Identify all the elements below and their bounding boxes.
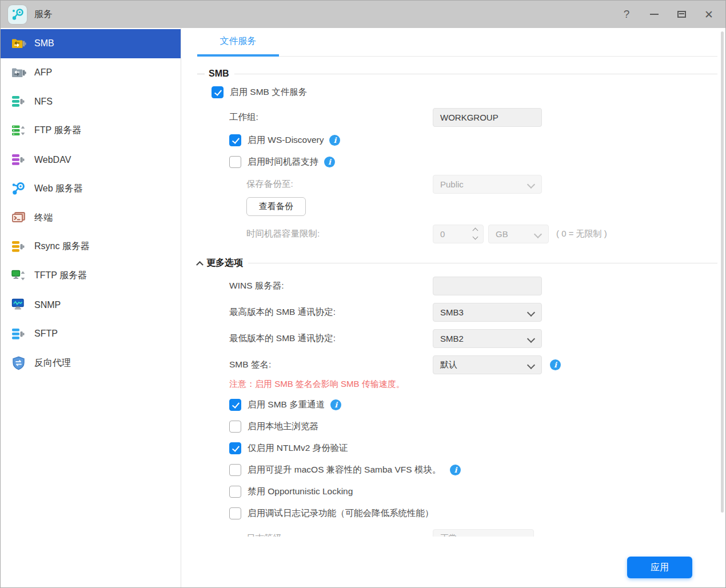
sidebar-item-label: Rsync 服务器	[34, 241, 90, 253]
reverse-proxy-shield-icon	[11, 355, 26, 371]
backup-target-select[interactable]: Public	[433, 175, 542, 194]
local-master-browser-checkbox[interactable]	[229, 421, 241, 433]
collapse-chevron-icon[interactable]	[196, 261, 204, 269]
chevron-down-icon	[519, 535, 527, 537]
sftp-stack-plug-icon	[11, 326, 26, 342]
chevron-down-icon	[527, 335, 535, 343]
multichannel-checkbox[interactable]	[229, 399, 241, 411]
tftp-server-icon	[11, 268, 26, 283]
main-panel: 文件服务 SMB 启用 SMB 文件服务 工作组: WORKGROUP 启用 W…	[182, 28, 725, 587]
sidebar-item-label: SFTP	[34, 329, 58, 339]
tab-file-service[interactable]: 文件服务	[197, 35, 279, 57]
sidebar-item-web-server[interactable]: Web 服务器	[1, 174, 181, 203]
help-icon[interactable]: ?	[620, 7, 633, 22]
enable-smb-row: 启用 SMB 文件服务	[212, 86, 717, 98]
smb-signing-row: SMB 签名: 默认	[197, 355, 717, 374]
sidebar-item-label: NFS	[34, 97, 53, 107]
apply-button[interactable]: 应用	[627, 557, 692, 578]
log-level-row-clipped: 日志等级 正常	[197, 529, 717, 537]
min-protocol-row: 最低版本的 SMB 通讯协定: SMB2	[197, 329, 717, 348]
ws-discovery-row: 启用 WS-Discovery	[197, 134, 717, 146]
max-protocol-select[interactable]: SMB3	[433, 303, 542, 322]
tm-limit-unit: GB	[496, 229, 508, 239]
time-machine-checkbox[interactable]	[229, 156, 241, 168]
min-protocol-select[interactable]: SMB2	[433, 329, 542, 348]
tm-limit-unit-select[interactable]: GB	[488, 225, 549, 243]
titlebar: 服务 ? ✕	[1, 1, 725, 28]
sidebar-item-snmp[interactable]: SNMP	[1, 290, 181, 319]
ftp-server-icon	[11, 123, 26, 138]
sidebar-item-nfs[interactable]: NFS	[1, 87, 181, 117]
debug-log-label: 启用调试日志记录功能（可能会降低系统性能）	[248, 507, 434, 519]
sidebar-item-smb[interactable]: SMB	[1, 29, 181, 58]
smb-folder-plug-icon	[11, 36, 26, 51]
close-icon[interactable]: ✕	[703, 7, 715, 22]
sidebar-item-terminal[interactable]: 终端	[1, 203, 181, 233]
debug-log-checkbox[interactable]	[229, 507, 241, 519]
oplock-row: 禁用 Opportunistic Locking	[197, 486, 717, 498]
settings-content: 文件服务 SMB 启用 SMB 文件服务 工作组: WORKGROUP 启用 W…	[197, 28, 717, 537]
oplock-checkbox[interactable]	[229, 486, 241, 498]
window-title: 服务	[34, 9, 53, 21]
chevron-down-icon	[534, 230, 542, 238]
smb-signing-value: 默认	[440, 359, 457, 370]
services-app-icon	[8, 5, 27, 24]
multichannel-row: 启用 SMB 多重通道	[197, 399, 717, 411]
macos-vfs-checkbox[interactable]	[229, 464, 241, 476]
rsync-stack-plug-icon	[11, 239, 26, 254]
log-level-select[interactable]: 正常	[433, 529, 534, 537]
info-icon[interactable]	[330, 399, 341, 410]
view-backup-button[interactable]: 查看备份	[246, 197, 306, 216]
scrollbar[interactable]	[721, 31, 724, 513]
ws-discovery-checkbox[interactable]	[229, 134, 241, 146]
terminal-icon	[11, 210, 26, 226]
log-level-label: 日志等级	[197, 533, 433, 537]
min-protocol-label: 最低版本的 SMB 通讯协定:	[197, 333, 433, 345]
backup-target-label: 保存备份至:	[197, 178, 433, 190]
wins-label: WINS 服务器:	[197, 280, 433, 292]
info-icon[interactable]	[450, 465, 461, 475]
spinner-arrows-icon[interactable]	[473, 229, 477, 239]
enable-smb-checkbox[interactable]	[212, 86, 224, 98]
backup-target-row: 保存备份至: Public	[197, 175, 717, 194]
molecule-glyph	[11, 7, 25, 21]
sidebar-item-afp[interactable]: AFP	[1, 58, 181, 87]
ntlmv2-row: 仅启用 NTLMv2 身份验证	[197, 442, 717, 454]
sidebar-item-label: TFTP 服务器	[34, 270, 87, 282]
info-icon[interactable]	[324, 157, 335, 167]
sidebar-item-webdav[interactable]: WebDAV	[1, 145, 181, 174]
info-icon[interactable]	[329, 135, 340, 146]
afp-folder-plug-icon	[11, 65, 26, 81]
webdav-stack-plug-icon	[11, 152, 26, 167]
nfs-stack-plug-icon	[11, 94, 26, 109]
services-sidebar: SMB AFP NFS	[1, 28, 181, 587]
wins-input[interactable]	[433, 277, 542, 295]
multichannel-label: 启用 SMB 多重通道	[248, 399, 325, 411]
local-master-browser-row: 启用本地主浏览器	[197, 421, 717, 433]
more-options-legend[interactable]: 更多选项	[197, 257, 717, 269]
tm-limit-row: 时间机器容量限制: 0 GB ( 0 = 无限制 )	[197, 225, 717, 243]
chevron-down-icon	[527, 181, 535, 189]
chevron-down-icon	[527, 361, 535, 369]
sidebar-item-reverse-proxy[interactable]: 反向代理	[1, 349, 181, 378]
sidebar-item-rsync-server[interactable]: Rsync 服务器	[1, 233, 181, 262]
legend-line	[248, 263, 717, 263]
tm-limit-spinner[interactable]: 0	[433, 225, 484, 243]
sidebar-item-sftp[interactable]: SFTP	[1, 319, 181, 349]
services-window: { "titlebar": { "title": "服务" }, "window…	[0, 0, 726, 588]
workgroup-input[interactable]: WORKGROUP	[433, 108, 542, 127]
smb-section-title: SMB	[209, 69, 229, 79]
sidebar-item-tftp-server[interactable]: TFTP 服务器	[1, 261, 181, 290]
info-icon[interactable]	[550, 359, 561, 370]
tab-bar: 文件服务	[197, 28, 717, 57]
sidebar-item-ftp-server[interactable]: FTP 服务器	[1, 116, 181, 145]
max-protocol-row: 最高版本的 SMB 通讯协定: SMB3	[197, 303, 717, 322]
min-protocol-value: SMB2	[440, 334, 464, 343]
maximize-icon[interactable]	[675, 7, 688, 22]
ntlmv2-checkbox[interactable]	[229, 442, 241, 454]
enable-smb-label: 启用 SMB 文件服务	[230, 86, 307, 98]
minimize-icon[interactable]	[648, 7, 660, 22]
more-options-title: 更多选项	[206, 257, 243, 269]
smb-signing-select[interactable]: 默认	[433, 355, 542, 374]
tm-limit-hint: ( 0 = 无限制 )	[556, 229, 607, 239]
